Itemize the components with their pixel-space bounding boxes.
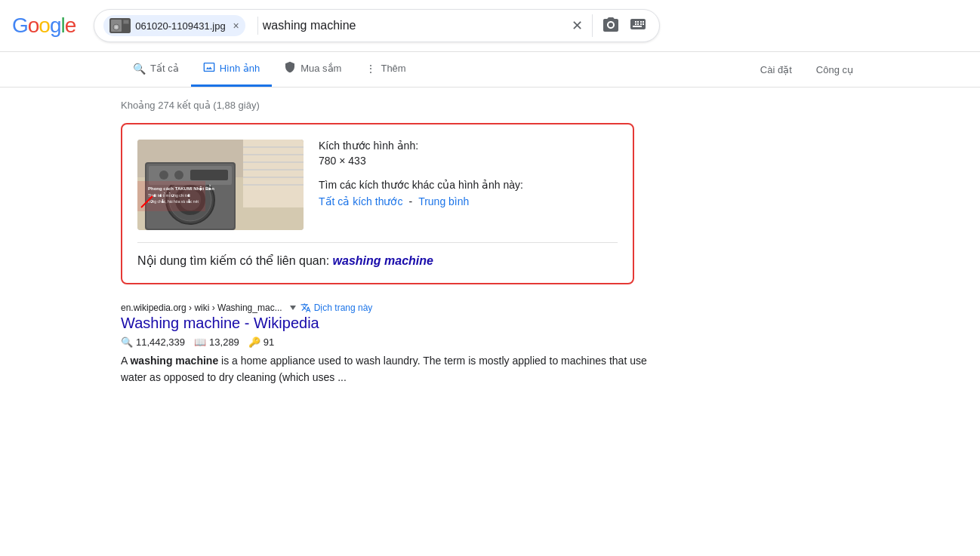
search-divider [257,17,258,35]
wiki-result-title[interactable]: Washing machine - Wikipedia [121,315,710,332]
svg-point-24 [174,170,183,180]
svg-point-23 [159,170,168,180]
more-icon: ⋮ [365,63,376,75]
svg-rect-9 [243,140,304,207]
link-separator: - [408,195,412,207]
book-icon: 📖 [194,336,206,348]
svg-text:vững chắc, hài hòa và sắc nét: vững chắc, hài hòa và sắc nét [148,199,199,204]
wiki-description: A washing machine is a home appliance us… [121,352,649,386]
search-input[interactable] [263,19,566,32]
wiki-desc-prefix: A [121,355,130,367]
magnifier-icon: 🔍 [121,336,133,348]
image-pill[interactable]: 061020-1109431.jpg × [103,15,245,36]
google-logo[interactable]: Google [12,14,76,38]
keyboard-icon[interactable] [626,15,650,36]
wikipedia-result: en.wikipedia.org › wiki › Washing_mac...… [121,303,710,386]
header: Google 061020-1109431.jpg × ✕ [0,0,980,52]
other-sizes-label: Tìm các kích thước khác của hình ảnh này… [319,179,618,191]
medium-size-link[interactable]: Trung bình [418,195,469,207]
tab-more-label: Thêm [381,63,405,74]
featured-inner: Phong cách TAKUMI Nhật Bản Thiết kế tỉ m… [137,140,618,230]
image-pill-thumbnail [109,18,131,33]
featured-thumbnail[interactable]: Phong cách TAKUMI Nhật Bản Thiết kế tỉ m… [137,140,304,230]
wiki-url-line: en.wikipedia.org › wiki › Washing_mac...… [121,303,710,313]
image-pill-filename: 061020-1109431.jpg [135,20,225,32]
main-content: Khoảng 274 kết quả (1,88 giây) [0,88,831,398]
settings-link[interactable]: Cài đặt [754,55,798,84]
tab-more[interactable]: ⋮ Thêm [353,54,418,86]
shopping-icon [284,61,296,75]
clear-search-button[interactable]: ✕ [566,17,589,34]
svg-point-3 [115,26,118,29]
url-dropdown-arrow[interactable] [290,306,296,310]
tab-shopping[interactable]: Mua sắm [272,52,353,87]
views-count: 11,442,339 [136,336,185,348]
wiki-stat-views: 🔍 11,442,339 [121,336,185,348]
book-count: 13,289 [209,336,239,348]
wiki-stats: 🔍 11,442,339 📖 13,289 🔑 91 [121,336,710,348]
image-dimensions: 780 × 433 [319,155,618,167]
size-links: Tất cả kích thước - Trung bình [319,195,618,207]
wiki-domain: en.wikipedia.org › wiki › Washing_mac... [121,303,282,313]
key-count: 91 [263,336,274,348]
image-pill-close-button[interactable]: × [233,20,239,32]
svg-rect-5 [124,20,128,23]
camera-search-icon[interactable] [596,15,626,37]
svg-point-6 [609,23,613,27]
key-icon: 🔑 [248,336,260,348]
related-prefix: Nội dung tìm kiếm có thể liên quan: [137,254,329,267]
tab-all[interactable]: 🔍 Tất cả [121,54,191,86]
tab-images[interactable]: Hình ảnh [191,52,273,87]
svg-text:Thiết kế tỉ mỉ từng chi tiết: Thiết kế tỉ mỉ từng chi tiết [148,192,191,198]
image-size-label: Kích thước hình ảnh: [319,140,618,152]
wiki-desc-bold: washing machine [130,355,218,367]
images-icon [203,61,215,75]
tab-all-label: Tất cả [150,63,179,74]
vertical-divider [592,14,593,37]
tools-link[interactable]: Công cụ [810,55,859,84]
search-icon: 🔍 [133,63,146,75]
all-sizes-link[interactable]: Tất cả kích thước [319,195,402,207]
featured-info: Kích thước hình ảnh: 780 × 433 Tìm các k… [319,140,618,230]
wiki-stat-key: 🔑 91 [248,336,274,348]
related-query-text[interactable]: washing machine [333,254,433,267]
search-bar: 061020-1109431.jpg × ✕ [94,9,660,42]
wiki-stat-book: 📖 13,289 [194,336,239,348]
nav-tabs: 🔍 Tất cả Hình ảnh Mua sắm ⋮ Thêm Cài đặt… [0,52,980,88]
related-query: Nội dung tìm kiếm có thể liên quan: wash… [137,242,618,268]
translate-label: Dịch trang này [314,303,373,313]
featured-image-box: Phong cách TAKUMI Nhật Bản Thiết kế tỉ m… [121,123,634,284]
tab-shopping-label: Mua sắm [300,63,341,74]
svg-rect-25 [190,170,228,180]
nav-right: Cài đặt Công cụ [754,55,859,84]
result-count: Khoảng 274 kết quả (1,88 giây) [121,100,710,111]
tab-images-label: Hình ảnh [220,63,260,74]
translate-link[interactable]: Dịch trang này [300,303,373,313]
